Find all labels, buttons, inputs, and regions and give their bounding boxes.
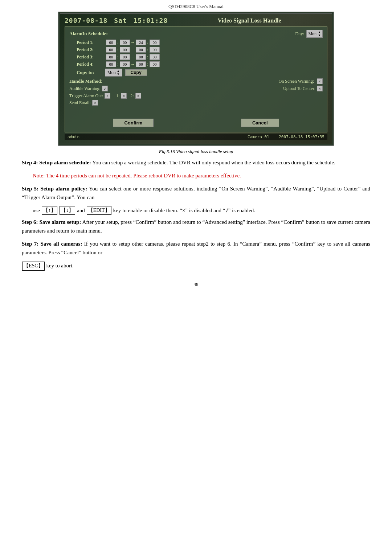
period-4-row: Period 4: 00 : 00 -- 00 : 00 [69,61,323,67]
and-text: and [77,206,85,215]
step7-paragraph: Step 7: Save all cameras: If you want to… [22,239,370,257]
copy-to-row: Copy to: Mon ▲▼ Copy [69,69,323,77]
step7-bold: Step 7: Save all cameras: [22,241,82,247]
p4-start-h[interactable]: 00 [106,61,116,67]
dvr-dialog: AlarmIn Schedule: Day: Mon ▲▼ Period 1: … [65,26,327,132]
p3-end-m[interactable]: 00 [150,54,160,60]
p1-start-h[interactable]: 00 [106,40,116,45]
step5-key-text: use [33,206,40,215]
dvr-status-bar: admin Camera 01 2007-08-18 15:07:35 [65,134,327,140]
content-body: Step 4: Setup alarm schedule: You can se… [0,158,392,271]
note-text: Note: The 4 time periods can not be repe… [22,171,370,180]
p3-end-h[interactable]: 00 [136,54,146,60]
key-down: 【↓】 [60,206,75,215]
day-spinner[interactable]: ▲▼ [318,30,321,37]
period-2-label: Period 2: [77,47,106,53]
trigger-1-label: 1: [116,93,119,99]
audible-warning-label: Audible Warning: [69,86,101,91]
copy-button[interactable]: Copy [125,69,147,76]
key-esc: 【ESC】 [22,262,45,270]
step5-bold: Step 5: Setup alarm policy: [22,186,87,192]
p2-start-h[interactable]: 00 [106,47,116,53]
send-email-checkbox[interactable]: × [92,100,98,106]
camera-info: Camera 01 2007-08-18 15:07:35 [248,135,324,139]
period-2-row: Period 2: 00 : 00 -- 00 : 00 [69,47,323,53]
trigger-2-checkbox[interactable]: × [135,93,141,99]
handle-method-section: Handle Method: On Screen Warning: × [69,78,323,84]
on-screen-checkbox[interactable]: × [317,78,323,84]
copy-to-label: Copy to: [77,70,102,75]
day-label: Day: [295,31,304,37]
figure-caption: Fig 5.16 Video signal loss handle setup [0,149,392,155]
key-edit: 【EDIT】 [87,206,111,215]
step5-key-note: key to enable or disable them. “×” is di… [113,206,256,215]
send-email-label: Send Email: [69,100,91,106]
step4-bold: Step 4: Setup alarm schedule: [22,160,91,165]
admin-label: admin [68,135,79,139]
period-1-label: Period 1: [77,40,106,45]
p4-start-m[interactable]: 00 [120,61,130,67]
upload-center-checkbox[interactable]: × [317,86,323,91]
dvr-date-display: 2007-08-18 Sat 15:01:28 [65,17,168,24]
dvr-screenshot: 2007-08-18 Sat 15:01:28 Video Signal Los… [58,12,334,146]
p2-end-m[interactable]: 00 [150,47,160,53]
p1-start-m[interactable]: 00 [120,40,130,45]
trigger-1-checkbox[interactable]: × [121,93,127,99]
p1-end-m[interactable]: 00 [150,40,160,45]
step4-text: You can setup a working schedule. The DV… [91,160,335,165]
step6-bold: Step 6: Save alarm setup: [22,219,81,225]
step5-paragraph: Step 5: Setup alarm policy: You can sele… [22,184,370,202]
esc-text: key to abort. [45,263,74,268]
dialog-title: Video Signal Loss Handle [168,17,327,24]
alarm-schedule-label: AlarmIn Schedule: [69,31,108,37]
step4-paragraph: Step 4: Setup alarm schedule: You can se… [22,158,370,167]
confirm-button[interactable]: Confirm [113,119,154,127]
on-screen-label: On Screen Warning: [279,79,314,84]
p1-end-h[interactable]: 24 [136,40,146,45]
handle-method-label: Handle Method: [69,78,102,84]
period-3-row: Period 3: 00 : 00 -- 00 : 00 [69,54,323,60]
upload-center-label: Upload To Center: [283,86,315,91]
period-4-label: Period 4: [77,62,106,67]
audible-warning-checkbox[interactable]: ✓ [102,86,108,91]
p4-end-m[interactable]: 00 [150,61,160,67]
dialog-buttons: Confirm Cancel [69,119,323,127]
p3-start-m[interactable]: 00 [120,54,130,60]
p3-start-h[interactable]: 00 [106,54,116,60]
page-number: 48 [0,282,392,287]
page-header: QSD42908C8 User's Manual [0,0,392,12]
step6-paragraph: Step 6: Save alarm setup: After your set… [22,218,370,235]
copy-spinner[interactable]: ▲▼ [117,69,120,76]
trigger-2-label: 2: [130,93,134,99]
manual-title: QSD42908C8 User's Manual [168,4,224,9]
p2-end-h[interactable]: 00 [136,47,146,53]
trigger-alarm-label: Trigger Alarm Out: [69,93,103,99]
step5-keys-line: use 【↑】 【↓】 and 【EDIT】 key to enable or … [33,206,370,215]
esc-line: 【ESC】 key to abort. [22,261,370,270]
copy-to-select[interactable]: Mon ▲▼ [105,69,122,77]
period-1-row: Period 1: 00 : 00 -- 24 : 00 [69,40,323,45]
trigger-alarm-checkbox[interactable]: × [105,93,110,99]
period-3-label: Period 3: [77,54,106,60]
cancel-button[interactable]: Cancel [241,119,279,127]
p4-end-h[interactable]: 00 [136,61,146,67]
day-select[interactable]: Mon ▲▼ [306,30,323,38]
key-up: 【↑】 [42,206,57,215]
p2-start-m[interactable]: 00 [120,47,130,53]
